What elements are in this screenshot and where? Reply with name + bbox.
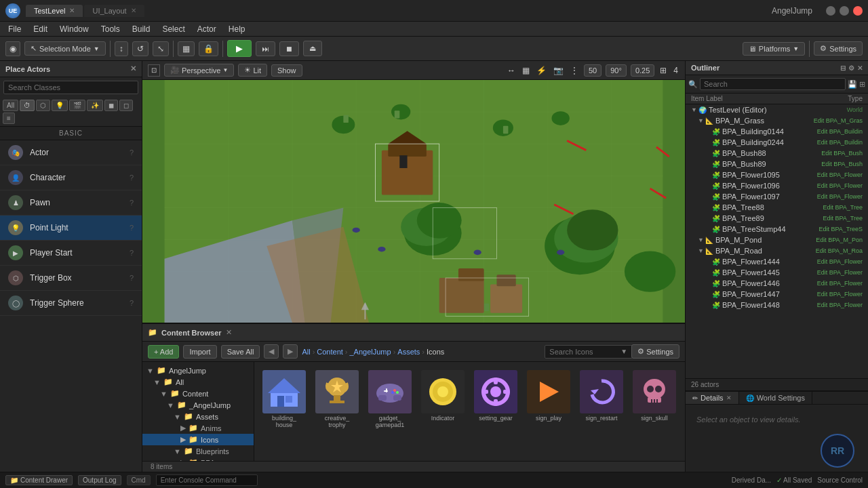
settings-button[interactable]: ⚙ Settings [814, 41, 863, 56]
toolbar-grid-btn[interactable]: ▦ [178, 41, 195, 56]
filter-shapes[interactable]: ⬡ [36, 100, 50, 111]
tree-item-flower1447[interactable]: 🧩 BPA_Flower1447 Edit BPA_Flower [686, 289, 868, 300]
close-cb-icon[interactable]: ✕ [226, 328, 232, 337]
help-icon[interactable]: ? [130, 224, 134, 232]
bc-assets[interactable]: Assets [397, 348, 420, 356]
tree-item-building0244[interactable]: 🧩 BPA_Building0244 Edit BPA_Buildin [686, 137, 868, 148]
asset-building-house[interactable]: building_house [260, 367, 309, 431]
outliner-close-icon[interactable]: ✕ [857, 64, 863, 72]
help-icon[interactable]: ? [130, 148, 134, 157]
actor-item-trigger-sphere[interactable]: ◯ Trigger Sphere ? [0, 291, 142, 316]
help-icon[interactable]: ? [130, 249, 134, 257]
viewport-content[interactable] [142, 80, 685, 323]
menu-window[interactable]: Window [54, 23, 94, 35]
tree-item-tree89[interactable]: 🧩 BPA_Tree89 Edit BPA_Tree [686, 213, 868, 224]
close-icon[interactable]: ✕ [69, 7, 75, 14]
tree-item-flower1444[interactable]: 🧩 BPA_Flower1444 Edit BPA_Flower [686, 256, 868, 267]
vp-4view-icon[interactable]: 4 [672, 64, 679, 77]
step-button[interactable]: ⏭ [256, 41, 275, 56]
tree-item-flower1446[interactable]: 🧩 BPA_Flower1446 Edit BPA_Flower [686, 278, 868, 289]
filter-lights[interactable]: 💡 [52, 100, 68, 111]
filter-volumes[interactable]: ◻ [119, 100, 133, 111]
asset-sign-play[interactable]: sign_play [524, 367, 573, 431]
filter-visual[interactable]: ✨ [87, 100, 103, 111]
menu-build[interactable]: Build [127, 23, 156, 35]
import-button[interactable]: Import [183, 345, 216, 359]
actor-item-actor[interactable]: 🎭 Actor ? [0, 140, 142, 165]
lit-btn[interactable]: ☀ Lit [238, 64, 267, 77]
world-settings-tab[interactable]: 🌐 World Settings [739, 392, 812, 404]
menu-help[interactable]: Help [223, 23, 251, 35]
all-saved-btn[interactable]: ✓ All Saved [776, 476, 812, 484]
bc-content[interactable]: Content [317, 348, 343, 356]
actor-item-trigger-box[interactable]: ⬡ Trigger Box ? [0, 266, 142, 291]
tree-item-bush88[interactable]: 🧩 BPA_Bush88 Edit BPA_Bush [686, 148, 868, 159]
folder-blueprints[interactable]: ▼ 📁 Blueprints [142, 445, 254, 457]
asset-creative-trophy[interactable]: creative_trophy [313, 367, 361, 431]
search-dropdown-icon[interactable]: ▼ [620, 348, 627, 355]
cb-settings-btn[interactable]: ⚙ Settings [631, 344, 679, 359]
tree-item-road[interactable]: ▼ 📐 BPA_M_Road Edit BPA_M_Roa [686, 245, 868, 256]
filter-all-classes[interactable]: ≡ [3, 113, 15, 124]
vp-cam-icon[interactable]: 📷 [552, 64, 565, 77]
content-search-input[interactable] [545, 345, 633, 359]
close-button[interactable] [853, 6, 863, 16]
filter-recent[interactable]: ⏱ [20, 100, 35, 111]
add-button[interactable]: + Add [148, 345, 179, 359]
menu-tools[interactable]: Tools [96, 23, 125, 35]
vp-grid-icon[interactable]: ▦ [521, 64, 531, 77]
output-log-btn[interactable]: Output Log [78, 475, 121, 485]
source-control-btn[interactable]: Source Control [817, 476, 863, 484]
tree-item-building0144[interactable]: 🧩 BPA_Building0144 Edit BPA_Buildin [686, 126, 868, 137]
bc-angeljump[interactable]: _AngelJump [350, 348, 391, 356]
tree-item-pond[interactable]: ▼ 📐 BPA_M_Pond Edit BPA_M_Pon [686, 235, 868, 245]
toolbar-scale-btn[interactable]: ⤡ [153, 41, 169, 56]
minimize-button[interactable] [826, 6, 835, 16]
selection-mode-button[interactable]: ↖ Selection Mode ▼ [24, 41, 106, 56]
tree-item-flower1097[interactable]: 🧩 BPA_Flower1097 Edit BPA_Flower [686, 191, 868, 202]
actor-item-pawn[interactable]: ♟ Pawn ? [0, 190, 142, 216]
folder-anims[interactable]: ▶ 📁 Anims [142, 422, 254, 434]
menu-edit[interactable]: Edit [28, 23, 53, 35]
tree-item-flower1095[interactable]: 🧩 BPA_Flower1095 Edit BPA_Flower [686, 169, 868, 180]
asset-sign-restart[interactable]: sign_restart [577, 367, 626, 431]
folder-angeljump[interactable]: ▼ 📁 AngelJump [142, 365, 254, 376]
actor-item-character[interactable]: 👤 Character ? [0, 165, 142, 190]
tree-item-treestump44[interactable]: 🧩 BPA_TreeStump44 Edit BPA_TreeS [686, 224, 868, 235]
save-all-button[interactable]: Save All [221, 345, 260, 359]
folder-all[interactable]: ▼ 📁 All [142, 376, 254, 388]
actor-item-player-start[interactable]: ▶ Player Start ? [0, 241, 142, 266]
content-drawer-btn[interactable]: 📁 Content Drawer [5, 475, 73, 485]
asset-indicator[interactable]: Indicator [418, 367, 467, 431]
play-button[interactable]: ▶ [227, 40, 252, 57]
menu-actor[interactable]: Actor [192, 23, 222, 35]
viewport-mode-btn[interactable]: 🎥 Perspective ▼ [164, 64, 234, 77]
tree-item-tree88[interactable]: 🧩 BPA_Tree88 Edit BPA_Tree [686, 202, 868, 213]
close-details-icon[interactable]: ✕ [726, 394, 732, 401]
cb-nav-back[interactable]: ◀ [264, 344, 279, 359]
help-icon[interactable]: ? [130, 274, 134, 282]
menu-file[interactable]: File [3, 23, 26, 35]
vp-scale-025[interactable]: 0.25 [631, 64, 654, 77]
vp-move-icon[interactable]: ↔ [506, 64, 517, 77]
derived-data-btn[interactable]: Derived Da... [732, 476, 771, 484]
tree-item-flower1096[interactable]: 🧩 BPA_Flower1096 Edit BPA_Flower [686, 180, 868, 191]
save-icon[interactable]: 💾 [848, 80, 857, 89]
tree-item-testlevel[interactable]: ▼ 🌍 TestLevel (Editor) World [686, 104, 868, 115]
console-input[interactable] [156, 474, 258, 486]
help-icon[interactable]: ? [130, 199, 134, 207]
maximize-button[interactable] [840, 6, 849, 16]
filter-geo[interactable]: ◼ [104, 100, 118, 111]
toolbar-transform-btn[interactable]: ↕ [115, 41, 128, 56]
search-classes-input[interactable] [3, 81, 138, 94]
vp-more-icon[interactable]: ⋮ [569, 64, 580, 77]
close-panel-icon[interactable]: ✕ [130, 64, 136, 73]
folder-angeljump2[interactable]: ▼ 📁 _AngelJump [142, 399, 254, 411]
filter-cinematic[interactable]: 🎬 [69, 100, 85, 111]
outliner-search-input[interactable] [700, 78, 846, 90]
menu-select[interactable]: Select [157, 23, 190, 35]
asset-gadget-gamepad1[interactable]: gadget_gamepad1 [366, 367, 414, 431]
tree-item-flower1448[interactable]: 🧩 BPA_Flower1448 Edit BPA_Flower [686, 300, 868, 310]
bc-all[interactable]: All [302, 348, 310, 356]
vp-fov-90[interactable]: 90° [606, 64, 627, 77]
